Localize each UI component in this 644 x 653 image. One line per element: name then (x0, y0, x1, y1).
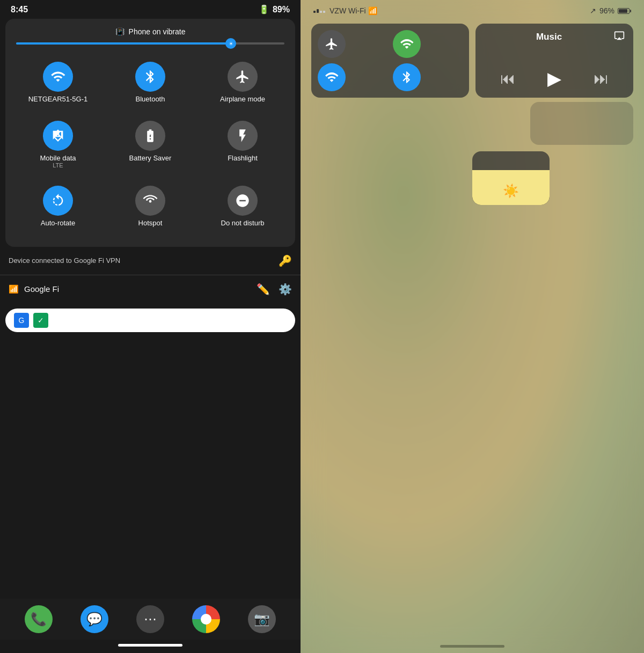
mobile-data-tile-label: Mobile data (40, 154, 76, 163)
signal-bars (313, 9, 325, 13)
carrier-info: 📶 Google Fi (9, 284, 59, 294)
vibrate-header: 📳 Phone on vibrate (14, 27, 287, 36)
dock-chrome-icon[interactable] (192, 605, 220, 633)
vpn-row: Device connected to Google Fi VPN 🔑 (0, 247, 301, 275)
auto-rotate-tile-label: Auto-rotate (41, 219, 75, 228)
ios-wifi-icon: 📶 (368, 6, 377, 15)
wifi-tile-icon (43, 62, 73, 92)
vpn-text: Device connected to Google Fi VPN (9, 256, 120, 265)
music-tile-header: Music (484, 30, 625, 43)
battery-icon-android: 🔋 (259, 4, 269, 14)
dock-apps-icon[interactable]: ⋯ (136, 605, 164, 633)
airplay-icon[interactable] (614, 30, 625, 43)
google-tasks-icon: ✓ (33, 313, 48, 328)
settings-icon[interactable]: ⚙️ (279, 283, 292, 296)
conn-grid (311, 24, 469, 98)
fast-forward-btn[interactable]: ⏭ (594, 70, 609, 87)
hotspot-tile-icon (135, 186, 165, 216)
hotspot-tile-label: Hotspot (138, 219, 163, 228)
vibrate-icon: 📳 (115, 27, 125, 36)
carrier-name: Google Fi (24, 284, 59, 294)
signal-bar-1 (313, 11, 316, 13)
rewind-btn[interactable]: ⏮ (500, 70, 515, 87)
flashlight-tile-icon (228, 121, 258, 151)
dnd-tile-label: Do not disturb (221, 219, 265, 228)
signal-bar-4 (323, 11, 325, 13)
ios-status-left: VZW Wi-Fi 📶 (313, 6, 377, 15)
connectivity-tile (311, 24, 469, 98)
mobile-data-tile-icon (43, 121, 73, 151)
android-home-indicator (118, 644, 182, 647)
cellular-btn[interactable] (393, 30, 421, 58)
play-btn[interactable]: ▶ (547, 68, 561, 89)
airplane-mode-btn[interactable] (318, 30, 346, 58)
dock-camera-icon[interactable]: 📷 (248, 605, 276, 633)
android-search-bar[interactable]: G ✓ (5, 309, 295, 332)
ios-battery-pct: 96% (599, 6, 614, 15)
bluetooth-tile-label: Bluetooth (136, 95, 165, 104)
qs-tile-auto-rotate[interactable]: Auto-rotate (14, 179, 102, 234)
ios-control-center: Music ⏮ ▶ ⏭ (301, 19, 644, 102)
flashlight-tile-label: Flashlight (228, 154, 258, 163)
android-panel: 8:45 🔋 89% 📳 Phone on vibrate (0, 0, 301, 653)
mobile-data-tile-sublabel: LTE (40, 162, 76, 168)
qs-tile-dnd[interactable]: Do not disturb (199, 179, 287, 234)
brightness-thumb (225, 38, 236, 49)
battery-saver-tile-icon (135, 121, 165, 151)
brightness-tile[interactable]: ☀️ (472, 151, 550, 205)
qs-tile-mobile-data[interactable]: Mobile data LTE (14, 114, 102, 175)
quick-settings-panel: 📳 Phone on vibrate NETGEAR51-5G-1 (5, 19, 295, 247)
bluetooth-tile-icon (135, 62, 165, 92)
qs-tile-hotspot[interactable]: Hotspot (106, 179, 194, 234)
android-time: 8:45 (11, 5, 28, 14)
music-tile: Music ⏮ ▶ ⏭ (475, 24, 633, 98)
airplane-tile-icon (228, 62, 258, 92)
ios-bluetooth-btn[interactable] (393, 63, 421, 91)
ios-panel: VZW Wi-Fi 📶 ↗ 96% (301, 0, 644, 653)
dock-messages-icon[interactable]: 💬 (80, 605, 108, 633)
ios-status-bar: VZW Wi-Fi 📶 ↗ 96% (301, 0, 644, 19)
android-status-bar: 8:45 🔋 89% (0, 0, 301, 19)
carrier-row: 📶 Google Fi ✏️ ⚙️ (0, 275, 301, 303)
battery-saver-tile-label: Battery Saver (129, 154, 172, 163)
empty-tile (530, 102, 633, 145)
signal-bar-3 (320, 11, 322, 13)
brightness-fill (16, 42, 231, 45)
dock-phone-icon[interactable]: 📞 (25, 605, 53, 633)
airplane-tile-label: Airplane mode (220, 95, 265, 104)
edit-carrier-icon[interactable]: ✏️ (257, 283, 270, 296)
vibrate-label: Phone on vibrate (129, 27, 186, 36)
qs-tile-wifi[interactable]: NETGEAR51-5G-1 (14, 55, 102, 110)
qs-tile-battery-saver[interactable]: Battery Saver (106, 114, 194, 175)
ios-wifi-btn[interactable] (318, 63, 346, 91)
wifi-tile-label: NETGEAR51-5G-1 (28, 95, 88, 104)
ios-carrier: VZW Wi-Fi (330, 6, 366, 15)
brightness-row[interactable] (14, 42, 287, 45)
music-title: Music (484, 32, 614, 42)
qs-tile-bluetooth[interactable]: Bluetooth (106, 55, 194, 110)
ios-battery-icon (618, 8, 631, 14)
carrier-actions: ✏️ ⚙️ (257, 283, 292, 296)
carrier-signal-icon: 📶 (9, 284, 19, 294)
signal-bar-2 (317, 9, 319, 13)
battery-pct-android: 89% (273, 5, 290, 14)
location-icon: ↗ (590, 6, 596, 15)
dnd-tile-icon (228, 186, 258, 216)
qs-tile-airplane[interactable]: Airplane mode (199, 55, 287, 110)
brightness-slider[interactable] (16, 42, 284, 45)
qs-grid: NETGEAR51-5G-1 Bluetooth Airplane mode (14, 55, 287, 234)
vpn-settings-icon[interactable]: 🔑 (279, 254, 292, 267)
brightness-sun-icon: ☀️ (503, 184, 519, 199)
ios-home-indicator (440, 645, 504, 648)
music-controls: ⏮ ▶ ⏭ (484, 65, 625, 91)
android-dock: 📞 💬 ⋯ 📷 (0, 599, 301, 640)
qs-tile-flashlight[interactable]: Flashlight (199, 114, 287, 175)
auto-rotate-tile-icon (43, 186, 73, 216)
google-icon: G (14, 313, 29, 328)
ios-status-right: ↗ 96% (590, 6, 631, 15)
